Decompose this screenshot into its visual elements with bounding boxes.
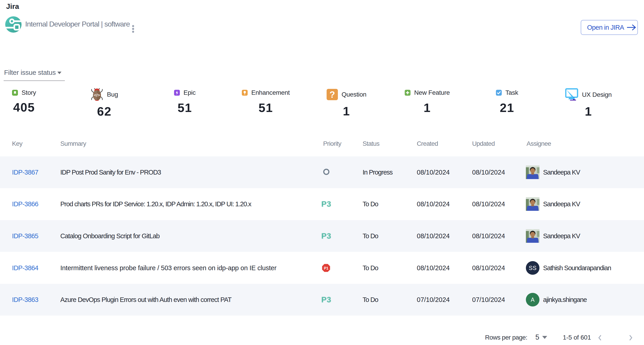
- svg-text:P1: P1: [324, 266, 328, 270]
- svg-text:?: ?: [330, 89, 335, 99]
- svg-text:</>: </>: [94, 93, 100, 97]
